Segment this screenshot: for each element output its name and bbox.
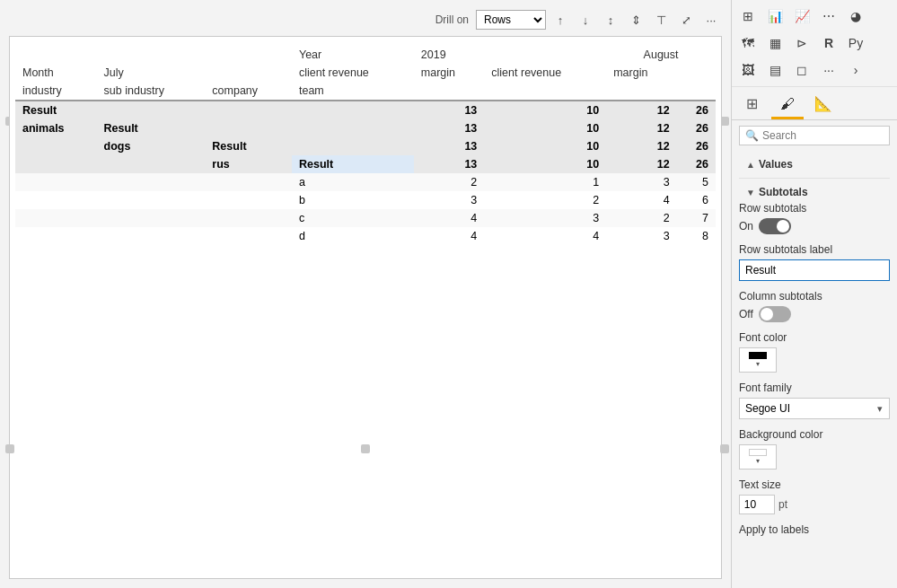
th-cr2: client revenue <box>484 64 606 82</box>
table-row: rusResult13101226 <box>15 155 716 173</box>
rt-btn-funnel[interactable]: ⊳ <box>789 31 814 56</box>
table-cell: animals <box>15 119 97 137</box>
more-btn[interactable]: ··· <box>700 9 722 31</box>
rt-btn-Py[interactable]: Py <box>843 31 868 56</box>
drill-up-btn[interactable]: ↑ <box>550 9 571 31</box>
rt-btn-more[interactable]: ··· <box>816 57 841 83</box>
drill-down-btn[interactable]: ↓ <box>575 9 596 31</box>
drill-select[interactable]: Rows Columns <box>476 10 546 30</box>
resize-handle-bm[interactable] <box>361 444 370 453</box>
rt-btn-map[interactable]: 🗺 <box>735 31 761 56</box>
rt-btn-chevron[interactable]: › <box>843 57 868 83</box>
header-row-1: Year 2019 August <box>15 46 716 64</box>
settings-content: ▲ Values ▼ Subtotals Row subtotals On Ro… <box>732 151 897 588</box>
rt-btn-line[interactable]: 📈 <box>789 4 814 29</box>
table-cell: 12 <box>606 137 677 155</box>
rt-btn-R[interactable]: R <box>816 31 841 56</box>
filter-btn[interactable]: ⊤ <box>650 9 672 31</box>
table-cell: 10 <box>484 101 606 119</box>
table-cell: 6 <box>677 191 716 209</box>
table-body: Result13101226animalsResult13101226dogsR… <box>15 101 716 245</box>
expand-btn[interactable]: ⤢ <box>675 9 697 31</box>
table-cell: Result <box>97 119 206 137</box>
table-row: Result13101226 <box>15 101 716 119</box>
background-color-label: Background color <box>739 428 890 441</box>
table-cell: 13 <box>414 119 485 137</box>
font-color-btn[interactable]: ▾ <box>739 347 777 373</box>
rt-btn-bar[interactable]: 📊 <box>762 4 787 29</box>
header-row-3: industry sub industry company team <box>15 82 716 101</box>
table-cell: 4 <box>414 227 485 245</box>
collapse-col-btn[interactable]: ⇕ <box>625 9 646 31</box>
tab-analytics[interactable]: 📐 <box>807 91 840 119</box>
rt-btn-scatter[interactable]: ⋯ <box>816 4 841 29</box>
table-cell <box>15 191 97 209</box>
rt-btn-img[interactable]: 🖼 <box>735 57 761 83</box>
row-subtotals-label-input[interactable] <box>739 259 890 281</box>
table-cell: a <box>292 173 414 191</box>
tab-fields[interactable]: ⊞ <box>735 91 768 119</box>
table-cell: 8 <box>677 227 716 245</box>
font-color-swatch <box>749 352 767 359</box>
table-cell: 7 <box>677 209 716 227</box>
apply-to-labels-setting: Apply to labels <box>739 523 890 536</box>
table-cell <box>97 173 206 191</box>
table-cell: 5 <box>677 173 716 191</box>
row-subtotals-toggle[interactable] <box>759 218 791 234</box>
table-cell <box>97 227 206 245</box>
table-cell <box>15 155 97 173</box>
th-num2 <box>484 82 606 101</box>
table-cell <box>97 209 206 227</box>
text-size-input[interactable] <box>739 495 775 514</box>
rt-btn-shape[interactable]: ◻ <box>789 57 814 83</box>
text-size-unit: pt <box>778 498 787 511</box>
section-values-header[interactable]: ▲ Values <box>739 154 890 174</box>
search-input[interactable] <box>762 129 897 142</box>
text-size-label: Text size <box>739 478 890 491</box>
background-color-btn[interactable]: ▾ <box>739 444 777 470</box>
table-cell <box>15 137 97 155</box>
font-family-select[interactable]: Segoe UI Arial Calibri Times New Roman <box>739 398 890 419</box>
resize-handle-bl[interactable] <box>5 444 14 453</box>
tab-format[interactable]: 🖌 <box>771 91 804 119</box>
table-row: d4438 <box>15 227 716 245</box>
expand-col-btn[interactable]: ↕ <box>600 9 621 31</box>
search-box: 🔍 <box>739 126 890 145</box>
table-cell <box>205 119 292 137</box>
rt-btn-treemap[interactable]: ▦ <box>762 31 787 56</box>
table-cell: 3 <box>606 227 677 245</box>
right-panel: ⊞ 📊 📈 ⋯ ◕ 🗺 ▦ ⊳ R Py 🖼 ▤ ◻ ··· › ⊞ 🖌 📐 🔍… <box>731 0 897 588</box>
th-team: team <box>292 82 414 101</box>
column-subtotals-toggle[interactable] <box>759 306 791 322</box>
th-industry: industry <box>15 82 97 101</box>
table-cell <box>205 209 292 227</box>
table-cell: c <box>292 209 414 227</box>
rt-btn-table[interactable]: ⊞ <box>735 4 761 29</box>
table-cell: rus <box>205 155 292 173</box>
table-cell: 26 <box>677 137 716 155</box>
th-m1: margin <box>414 64 485 82</box>
row-subtotals-setting: Row subtotals On <box>739 202 890 234</box>
table-cell: 13 <box>414 101 485 119</box>
section-values-label: Values <box>759 158 793 171</box>
table-cell: 13 <box>414 155 485 173</box>
resize-handle-br[interactable] <box>720 444 729 453</box>
column-subtotals-toggle-label: Off <box>739 308 753 320</box>
th-year-value: 2019 <box>414 46 606 64</box>
rt-btn-tbl2[interactable]: ▤ <box>762 57 787 83</box>
th-num3 <box>606 82 677 101</box>
font-family-label: Font family <box>739 382 890 394</box>
th-empty-h2 <box>205 64 292 82</box>
column-subtotals-setting: Column subtotals Off <box>739 290 890 322</box>
table-cell <box>97 191 206 209</box>
table-cell: 2 <box>414 173 485 191</box>
row-subtotals-label: Row subtotals <box>739 202 890 215</box>
table-cell: 10 <box>484 137 606 155</box>
section-subtotals-header[interactable]: ▼ Subtotals <box>739 182 890 202</box>
rt-btn-pie[interactable]: ◕ <box>843 4 868 29</box>
matrix-table-container: Year 2019 August Month July client reven… <box>9 36 722 579</box>
column-subtotals-label: Column subtotals <box>739 290 890 303</box>
font-color-arrow: ▾ <box>756 360 760 368</box>
table-cell: 4 <box>414 209 485 227</box>
table-cell <box>15 209 97 227</box>
